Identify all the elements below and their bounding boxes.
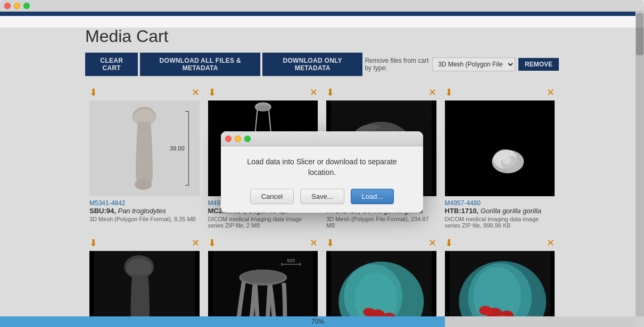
progress-bar-container: 70% bbox=[0, 316, 635, 327]
dialog-body: Load data into Slicer or download to sep… bbox=[221, 146, 423, 212]
dialog-box: Load data into Slicer or download to sep… bbox=[221, 131, 423, 212]
save-button[interactable]: Save... bbox=[300, 189, 344, 204]
window-chrome bbox=[0, 0, 644, 12]
top-accent-bar bbox=[0, 12, 644, 16]
dialog-overlay: Load data into Slicer or download to sep… bbox=[0, 28, 644, 316]
dialog-close-button[interactable] bbox=[225, 136, 232, 142]
dialog-titlebar bbox=[221, 131, 423, 146]
dialog-minimize-button[interactable] bbox=[235, 136, 241, 142]
progress-label: 70% bbox=[311, 318, 324, 325]
close-button[interactable] bbox=[4, 3, 11, 9]
maximize-button[interactable] bbox=[23, 3, 30, 9]
dialog-message: Load data into Slicer or download to sep… bbox=[234, 157, 410, 178]
dialog-maximize-button[interactable] bbox=[244, 136, 251, 142]
cancel-button[interactable]: Cancel bbox=[250, 189, 294, 204]
progress-bar-fill bbox=[0, 316, 445, 327]
minimize-button[interactable] bbox=[14, 3, 20, 9]
load-button[interactable]: Load... bbox=[351, 189, 394, 204]
page-content: Media Cart CLEAR CART DOWNLOAD ALL FILES… bbox=[0, 16, 644, 327]
dialog-buttons: Cancel Save... Load... bbox=[234, 189, 410, 204]
main-content: Media Cart CLEAR CART DOWNLOAD ALL FILES… bbox=[0, 12, 644, 327]
